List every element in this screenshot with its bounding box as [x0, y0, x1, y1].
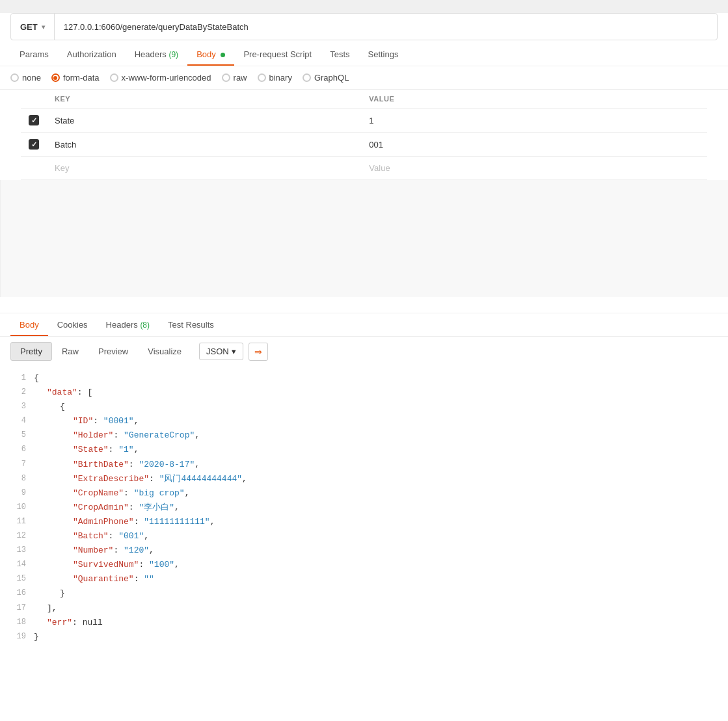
wrap-button[interactable]: ⇒ — [249, 343, 268, 361]
url-input[interactable] — [55, 22, 717, 32]
form-table-container: KEY VALUE State 1 — [0, 90, 728, 180]
line-content-5: "Holder": "GenerateCrop", — [34, 428, 718, 443]
method-select[interactable]: GET ▾ — [11, 14, 55, 40]
radio-form-data[interactable]: form-data — [51, 73, 100, 83]
tab-params[interactable]: Params — [10, 43, 58, 66]
line-num-5: 5 — [10, 428, 34, 441]
response-headers-badge: (8) — [140, 321, 150, 330]
tab-pre-request[interactable]: Pre-request Script — [234, 43, 321, 66]
line-num-10: 10 — [10, 501, 34, 514]
tab-body[interactable]: Body — [187, 43, 234, 66]
value-placeholder[interactable]: Value — [361, 157, 707, 180]
line-content-9: "CropName": "big crop", — [34, 486, 718, 501]
format-raw[interactable]: Raw — [52, 342, 88, 361]
line-content-4: "ID": "0001", — [34, 414, 718, 428]
radio-circle-graphql — [303, 73, 311, 82]
line-num-1: 1 — [10, 371, 34, 384]
json-line-6: 6 "State": "1", — [10, 443, 718, 457]
value-batch[interactable]: 001 — [361, 133, 707, 157]
line-num-8: 8 — [10, 472, 34, 485]
line-content-12: "Batch": "001", — [34, 529, 718, 544]
body-dot — [221, 53, 225, 57]
table-row: State 1 — [21, 109, 707, 133]
response-tab-cookies[interactable]: Cookies — [48, 313, 97, 336]
json-type-selector[interactable]: JSON ▾ — [199, 343, 243, 360]
response-tab-test-results[interactable]: Test Results — [159, 313, 223, 336]
value-state[interactable]: 1 — [361, 109, 707, 133]
format-pretty[interactable]: Pretty — [10, 342, 52, 361]
json-line-10: 10 "CropAdmin": "李小白", — [10, 501, 718, 515]
format-preview[interactable]: Preview — [88, 342, 138, 361]
json-line-8: 8 "ExtraDescribe": "风门44444444444", — [10, 472, 718, 486]
line-num-6: 6 — [10, 443, 34, 456]
line-num-9: 9 — [10, 486, 34, 499]
json-line-2: 2 "data": [ — [10, 386, 718, 400]
table-row: Batch 001 — [21, 133, 707, 157]
key-placeholder[interactable]: Key — [47, 157, 361, 180]
line-content-13: "Number": "120", — [34, 544, 718, 558]
line-num-18: 18 — [10, 616, 34, 629]
json-line-14: 14 "SurvivedNum": "100", — [10, 558, 718, 572]
url-bar: GET ▾ — [10, 13, 718, 40]
checkbox-batch[interactable] — [21, 133, 47, 157]
th-value: VALUE — [361, 90, 707, 109]
line-num-11: 11 — [10, 515, 34, 528]
line-content-1: { — [34, 371, 718, 386]
json-line-7: 7 "BirthDate": "2020-8-17", — [10, 458, 718, 472]
line-num-17: 17 — [10, 601, 34, 614]
tab-headers[interactable]: Headers (9) — [126, 43, 187, 66]
tab-tests[interactable]: Tests — [321, 43, 358, 66]
line-content-17: ], — [34, 601, 718, 616]
tab-settings[interactable]: Settings — [359, 43, 408, 66]
line-num-4: 4 — [10, 414, 34, 427]
th-key: KEY — [47, 90, 361, 109]
key-batch[interactable]: Batch — [47, 133, 361, 157]
radio-urlencoded[interactable]: x-www-form-urlencoded — [110, 73, 211, 83]
radio-none[interactable]: none — [10, 73, 41, 83]
response-tab-headers[interactable]: Headers (8) — [97, 313, 159, 336]
json-line-12: 12 "Batch": "001", — [10, 529, 718, 544]
json-line-11: 11 "AdminPhone": "11111111111", — [10, 515, 718, 529]
checkbox-checked-batch[interactable] — [29, 139, 39, 150]
line-num-13: 13 — [10, 544, 34, 557]
line-num-14: 14 — [10, 558, 34, 571]
json-line-18: 18 "err": null — [10, 616, 718, 630]
line-num-15: 15 — [10, 572, 34, 585]
tab-authorization[interactable]: Authorization — [58, 43, 126, 66]
body-type-row: none form-data x-www-form-urlencoded raw… — [0, 66, 728, 90]
line-content-10: "CropAdmin": "李小白", — [34, 501, 718, 515]
line-num-7: 7 — [10, 458, 34, 471]
json-selector-chevron: ▾ — [232, 347, 236, 356]
radio-graphql[interactable]: GraphQL — [303, 73, 349, 83]
response-tab-body[interactable]: Body — [10, 313, 48, 336]
json-line-15: 15 "Quarantine": "" — [10, 572, 718, 586]
format-bar: Pretty Raw Preview Visualize JSON ▾ ⇒ — [0, 337, 728, 366]
json-selector-label: JSON — [206, 347, 229, 356]
headers-badge: (9) — [169, 50, 178, 59]
response-section: Body Cookies Headers (8) Test Results Pr… — [0, 313, 728, 649]
json-line-5: 5 "Holder": "GenerateCrop", — [10, 428, 718, 443]
table-row-placeholder: Key Value — [21, 157, 707, 180]
line-num-2: 2 — [10, 386, 34, 399]
line-content-3: { — [34, 400, 718, 414]
json-line-17: 17 ], — [10, 601, 718, 616]
json-viewer: 1 { 2 "data": [ 3 { 4 "ID": "0001", 5 — [0, 366, 728, 649]
radio-raw[interactable]: raw — [222, 73, 247, 83]
line-content-16: } — [34, 586, 718, 601]
response-tabs-row: Body Cookies Headers (8) Test Results — [0, 313, 728, 337]
checkbox-checked-state[interactable] — [29, 115, 39, 125]
line-content-6: "State": "1", — [34, 443, 718, 457]
radio-circle-binary — [258, 73, 266, 82]
radio-binary[interactable]: binary — [258, 73, 292, 83]
checkbox-placeholder — [21, 157, 47, 180]
format-visualize[interactable]: Visualize — [138, 342, 191, 361]
key-state[interactable]: State — [47, 109, 361, 133]
form-table: KEY VALUE State 1 — [21, 90, 707, 180]
line-content-18: "err": null — [34, 616, 718, 630]
main-container: GET ▾ Params Authorization Headers (9) B… — [0, 13, 728, 721]
radio-circle-raw — [222, 73, 230, 82]
radio-circle-none — [10, 73, 19, 82]
checkbox-state[interactable] — [21, 109, 47, 133]
method-chevron: ▾ — [42, 23, 45, 31]
json-line-16: 16 } — [10, 586, 718, 601]
